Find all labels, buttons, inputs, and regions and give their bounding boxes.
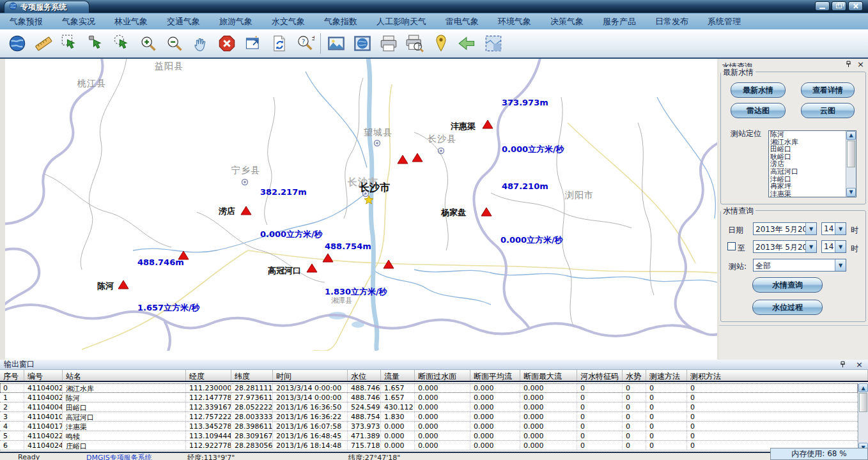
stop-icon[interactable] bbox=[218, 34, 236, 52]
print-icon[interactable] bbox=[380, 34, 398, 52]
back-icon[interactable] bbox=[458, 34, 476, 52]
station-triangle-icon[interactable] bbox=[178, 251, 189, 259]
world-image-icon[interactable] bbox=[353, 34, 371, 52]
latest-water-button[interactable]: 最新水情 bbox=[731, 82, 786, 98]
view-details-button[interactable]: 查看详情 bbox=[801, 82, 855, 98]
placemark-icon[interactable] bbox=[432, 34, 450, 52]
listbox-scrollbar[interactable]: ▲ ▼ bbox=[846, 131, 856, 197]
close-icon[interactable]: × bbox=[857, 59, 864, 69]
cloud-chart-button[interactable]: 云图 bbox=[801, 103, 855, 118]
menu-item[interactable]: 雷电气象 bbox=[439, 16, 485, 27]
column-header[interactable]: 时间 bbox=[273, 370, 348, 381]
scroll-up-button[interactable]: ▲ bbox=[858, 383, 868, 392]
column-header[interactable]: 水位 bbox=[348, 370, 381, 381]
to-checkbox[interactable] bbox=[727, 242, 736, 250]
menu-item[interactable]: 日常发布 bbox=[649, 16, 695, 27]
column-header[interactable]: 断面最大流 bbox=[520, 370, 577, 381]
menu-item[interactable]: 人工影响天气 bbox=[370, 16, 433, 27]
station-list-item[interactable]: 沣惠渠 bbox=[769, 190, 846, 197]
print-preview-icon[interactable] bbox=[406, 34, 424, 52]
menu-item[interactable]: 旅游气象 bbox=[213, 16, 259, 27]
menu-item[interactable]: 系统管理 bbox=[701, 16, 747, 27]
hour-to-select[interactable]: 14 ▼ bbox=[821, 240, 846, 253]
chevron-down-icon[interactable]: ▼ bbox=[835, 223, 846, 234]
station-list-item[interactable]: 冉家坪 bbox=[769, 183, 846, 190]
overview-map-icon[interactable] bbox=[484, 34, 502, 52]
menu-item[interactable]: 林业气象 bbox=[108, 16, 154, 27]
chevron-down-icon[interactable]: ▼ bbox=[805, 223, 816, 234]
close-button[interactable] bbox=[848, 1, 863, 11]
pan-hand-icon[interactable] bbox=[192, 34, 210, 52]
station-listbox[interactable]: 陈河湘江水库田峪口耿峪口涝店高冠河口沣峪口冉家坪沣惠渠 ▲ ▼ bbox=[768, 130, 856, 197]
menu-item[interactable]: 水文气象 bbox=[265, 16, 311, 27]
station-triangle-icon[interactable] bbox=[483, 120, 493, 128]
chevron-down-icon[interactable]: ▼ bbox=[835, 259, 846, 271]
map-canvas[interactable]: 益阳县桃江县宁乡县望城县长沙县浏阳市湘潭县长沙市长沙市沣惠渠涝店杨家盘高冠河口陈… bbox=[5, 59, 717, 360]
column-header[interactable]: 测速方法 bbox=[646, 370, 687, 381]
pin-icon[interactable] bbox=[839, 361, 847, 369]
column-header[interactable]: 测积方法 bbox=[687, 370, 868, 381]
water-level-process-button[interactable]: 水位过程 bbox=[752, 300, 823, 315]
new-window-icon[interactable] bbox=[244, 34, 262, 52]
scroll-thumb[interactable] bbox=[859, 393, 867, 412]
menu-item[interactable]: 环境气象 bbox=[492, 16, 538, 27]
station-triangle-icon[interactable] bbox=[412, 153, 422, 162]
menu-item[interactable]: 气象指数 bbox=[318, 16, 364, 27]
station-triangle-icon[interactable] bbox=[118, 280, 128, 289]
table-scrollbar[interactable]: ▲ ▼ bbox=[858, 383, 868, 452]
station-triangle-icon[interactable] bbox=[481, 208, 492, 216]
zoom-in-icon[interactable] bbox=[139, 34, 157, 52]
menu-item[interactable]: 服务产品 bbox=[596, 16, 642, 27]
restore-button[interactable] bbox=[832, 1, 846, 11]
station-triangle-icon[interactable] bbox=[398, 155, 408, 164]
table-row[interactable]: 341104010高冠河口112.75722228.0033332013/1/6… bbox=[0, 412, 858, 422]
table-row[interactable]: 641104024庄峪口112.92277828.2830562013/1/6 … bbox=[0, 441, 858, 450]
column-header[interactable]: 序号 bbox=[0, 370, 24, 381]
select-arrow-icon[interactable] bbox=[87, 34, 105, 52]
column-header[interactable]: 编号 bbox=[24, 370, 63, 381]
column-header[interactable]: 站名 bbox=[63, 370, 186, 381]
close-icon[interactable]: × bbox=[856, 360, 863, 369]
water-query-button[interactable]: 水情查询 bbox=[752, 277, 823, 293]
table-row[interactable]: 241104004田峪口112.33916728.0522222013/1/6 … bbox=[0, 402, 858, 412]
zoom-out-icon[interactable] bbox=[166, 34, 183, 52]
station-triangle-icon[interactable] bbox=[307, 264, 317, 272]
station-triangle-icon[interactable] bbox=[241, 206, 251, 215]
select-box-icon[interactable] bbox=[61, 34, 79, 52]
scroll-thumb[interactable] bbox=[847, 141, 855, 167]
measure-ruler-icon[interactable] bbox=[35, 34, 52, 52]
column-header[interactable]: 断面平均流 bbox=[470, 370, 520, 381]
column-header[interactable]: 纬度 bbox=[231, 370, 273, 381]
identify-icon[interactable]: ?± bbox=[297, 34, 314, 52]
chevron-down-icon[interactable]: ▼ bbox=[805, 241, 816, 252]
scroll-down-button[interactable]: ▼ bbox=[846, 188, 856, 197]
scroll-up-button[interactable]: ▲ bbox=[846, 131, 856, 140]
hour-from-select[interactable]: 14 ▼ bbox=[821, 222, 846, 235]
table-row[interactable]: 541104022鸣犊113.10944428.3091672013/1/6 1… bbox=[0, 431, 858, 441]
table-row[interactable]: 141104002陈河112.14777827.9736112013/3/14 … bbox=[0, 393, 858, 402]
station-triangle-icon[interactable] bbox=[323, 254, 333, 262]
menu-item[interactable]: 交通气象 bbox=[160, 16, 206, 27]
column-header[interactable]: 河水特征码 bbox=[577, 370, 623, 381]
column-header[interactable]: 经度 bbox=[186, 370, 231, 381]
menu-item[interactable]: 气象预报 bbox=[3, 16, 49, 27]
date-from-select[interactable]: 2013年 5月20日 ▼ bbox=[753, 222, 817, 235]
date-to-select[interactable]: 2013年 5月20日 ▼ bbox=[753, 240, 817, 253]
globe-icon[interactable] bbox=[8, 34, 26, 52]
column-header[interactable]: 流量 bbox=[381, 370, 415, 381]
minimize-button[interactable] bbox=[815, 1, 830, 11]
station-triangle-icon[interactable] bbox=[384, 260, 394, 268]
select-circle-icon[interactable] bbox=[113, 34, 131, 52]
radar-chart-button[interactable]: 雷达图 bbox=[731, 103, 786, 118]
column-header[interactable]: 断面过水面 bbox=[415, 370, 470, 381]
image-export-icon[interactable] bbox=[327, 34, 345, 52]
station-list-item[interactable]: 高冠河口 bbox=[769, 168, 846, 176]
table-row[interactable]: 441104017沣惠渠113.34527828.3986112013/1/6 … bbox=[0, 422, 858, 431]
chevron-down-icon[interactable]: ▼ bbox=[835, 241, 846, 252]
column-header[interactable]: 水势 bbox=[623, 370, 646, 381]
pin-icon[interactable] bbox=[845, 61, 853, 68]
table-row[interactable]: 041104002湘江水库111.23000028.2811112013/3/1… bbox=[0, 383, 858, 393]
menu-item[interactable]: 决策气象 bbox=[544, 16, 590, 27]
station-list-item[interactable]: 陈河 bbox=[769, 131, 846, 139]
station-select[interactable]: 全部 ▼ bbox=[753, 259, 846, 272]
